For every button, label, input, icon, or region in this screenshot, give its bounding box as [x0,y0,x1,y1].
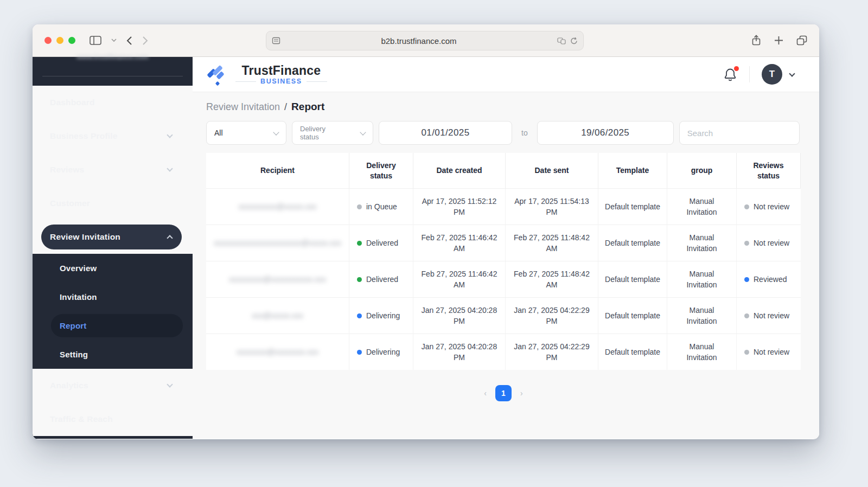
brand-line-right [307,81,327,82]
template-cell: Default template [598,334,667,370]
sidebar-menu: Dashboard Business Profile [33,57,193,436]
report-table: Recipient Delivery status Date created [206,153,801,370]
chevron-down-icon [167,132,173,138]
review-status-cell: Not review [737,189,801,225]
review-status-cell: Reviewed [737,261,801,297]
delivery-status-label: Delivered [366,274,398,285]
share-icon[interactable] [751,35,761,46]
date-from-input[interactable] [379,121,512,145]
sidebar-toggle-icon[interactable] [90,36,101,45]
sidebar-item-label: Invitation [60,292,97,302]
close-window-button[interactable] [44,37,52,44]
table-row[interactable]: xxxxxxxxxxxxxxxxxxxxxxx@xxxxx.xxx Delive… [206,225,801,261]
brand-line-left [235,81,256,82]
sidebar-item-review-invitation[interactable]: Review Invitation [33,220,193,254]
next-page-button[interactable]: › [520,389,523,398]
sidebar-item-dashboard[interactable]: Dashboard [33,86,193,119]
table-row[interactable]: xxxxxxxxxx@xxxxx.xxx in Queue Apr 17, 20… [206,188,801,225]
table-column-header[interactable]: Template [598,153,667,188]
delivery-status-label: Delivering [366,347,400,357]
browser-window: b2b.trustfinance.com www.trustfinance.co… [33,24,819,439]
delivery-status-dot [357,241,362,246]
sidebar-item-reviews[interactable]: Reviews [33,153,193,187]
table-row[interactable]: xxx@xxxxx.xxx Delivering Jan 27, 2025 04… [206,297,801,334]
date-created-cell: Feb 27, 2025 11:46:42 AM [413,261,506,297]
sidebar-item-label: Reviews [50,165,84,175]
delivery-status-cell: Delivering [349,334,413,370]
template-cell: Default template [598,298,667,334]
notifications-bell-icon[interactable] [723,67,737,82]
sidebar-item-setting[interactable]: Setting [33,340,193,369]
sidebar-item-label: Report [60,321,87,330]
sidebar-item-traffic-reach[interactable]: Traffic & Reach [33,402,193,436]
sidebar-item-overview[interactable]: Overview [33,254,193,283]
date-sent-cell: Jan 27, 2025 04:22:29 PM [506,334,598,370]
reader-icon[interactable] [272,37,280,44]
browser-toolbar: b2b.trustfinance.com [33,24,819,57]
sidebar-item-invitation[interactable]: Invitation [33,283,193,311]
delivery-status-filter-select[interactable]: Delivery status [292,121,373,145]
table-row[interactable]: xxxxxxxxx@xxxxxxxxxxx.xxx Delivered Feb … [206,261,801,297]
translate-icon[interactable] [557,37,566,44]
address-bar[interactable]: b2b.trustfinance.com [266,31,584,50]
page-1-button[interactable]: 1 [495,385,512,401]
recipient-blurred-email: xxxxxxxxxxxxxxxxxxxxxxx@xxxxx.xxx [214,238,341,248]
delivery-status-dot [357,313,362,318]
table-column-header[interactable]: Delivery status [349,153,413,188]
tab-overview-icon[interactable] [796,35,807,46]
zoom-window-button[interactable] [68,37,75,44]
notification-badge [734,66,739,71]
sidebar-item-report[interactable]: Report [33,311,193,340]
sidebar-item-analytics[interactable]: Analytics [33,369,193,402]
filter-bar: All Delivery status to [206,121,801,145]
chevron-down-icon [167,381,173,387]
delivery-status-cell: Delivered [349,225,413,261]
avatar[interactable]: T [762,64,782,85]
sidebar-divider [42,76,183,76]
group-cell: Manual Invitation [667,334,737,370]
tab-group-chevron-icon[interactable] [111,39,117,42]
delivery-status-dot [357,350,362,355]
sidebar-item-label: Review Invitation [50,232,120,242]
chevron-down-icon [360,129,366,135]
account-chevron-icon[interactable] [789,71,795,76]
date-to-input[interactable] [537,121,674,145]
group-cell: Manual Invitation [667,189,737,225]
recipient-cell: xxxxxxxxxxxxxxxxxxxxxxx@xxxxx.xxx [206,225,349,261]
review-status-dot [744,277,749,282]
review-status-label: Not review [754,347,789,357]
table-column-header[interactable]: Date created [413,153,506,188]
back-button-icon[interactable] [126,36,132,46]
reload-icon[interactable] [570,37,578,45]
review-status-dot [744,313,749,318]
template-cell: Default template [598,225,667,261]
table-row[interactable]: xxxxxxxx@xxxxxxxx.xxx Delivering Jan 27,… [206,334,801,370]
template-cell: Default template [598,189,667,225]
date-created-cell: Jan 27, 2025 04:20:28 PM [413,298,506,334]
search-input[interactable] [679,121,800,145]
table-column-header[interactable]: Recipient [206,153,349,188]
type-filter-select[interactable]: All [206,121,286,145]
table-column-header[interactable]: Reviews status [737,153,801,188]
minimize-window-button[interactable] [56,37,63,44]
delivery-status-cell: in Queue [349,189,413,225]
breadcrumb-parent[interactable]: Review Invitation [206,101,280,113]
new-tab-icon[interactable] [774,36,783,45]
table-column-header[interactable]: group [667,153,737,188]
sidebar: www.trustfinance.com Dashboard Busines [33,57,193,439]
type-filter-value: All [214,129,223,137]
group-cell: Manual Invitation [667,225,737,261]
prev-page-button[interactable]: ‹ [484,389,487,398]
review-status-dot [744,350,749,355]
table-column-header[interactable]: Date sent [506,153,598,188]
sidebar-item-business-profile[interactable]: Business Profile [33,119,193,153]
forward-button-icon[interactable] [142,36,148,46]
recipient-blurred-email: xxxxxxxx@xxxxxxxx.xxx [237,347,318,357]
recipient-cell: xxxxxxxxxx@xxxxx.xxx [206,189,349,225]
delivery-status-dot [357,204,362,209]
review-status-dot [744,204,749,209]
sidebar-item-customer[interactable]: Customer [33,187,193,220]
brand[interactable]: TrustFinance BUSINESS [206,62,327,86]
date-created-cell: Jan 27, 2025 04:20:28 PM [413,334,506,370]
recipient-blurred-email: xxxxxxxxxx@xxxxx.xxx [238,201,316,212]
